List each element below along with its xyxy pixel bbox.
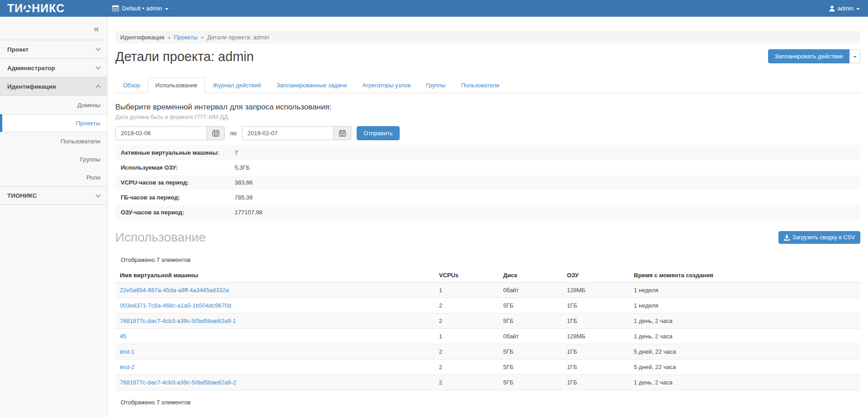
vm-link[interactable]: test-2 bbox=[120, 364, 135, 370]
page-title: Детали проекта: admin bbox=[115, 49, 254, 64]
caret-down-icon bbox=[853, 56, 857, 58]
vm-link[interactable]: 7681877c-dac7-4cb3-a39c-50bd5bae82a9-2 bbox=[120, 379, 236, 386]
table-row: test-1 2 5ГБ 1ГБ 5 дней, 22 часа bbox=[115, 344, 860, 360]
vm-link[interactable]: 7681877c-dac7-4cb3-a39c-50bd5bae82a9-1 bbox=[120, 317, 236, 324]
date-from-group bbox=[115, 126, 225, 140]
context-switcher[interactable]: Default • admin bbox=[108, 0, 173, 17]
items-count-bottom: Отображено 7 элементов bbox=[121, 399, 860, 406]
sidebar-section-tionix[interactable]: ТИОНИКС bbox=[0, 186, 107, 205]
breadcrumb: Идентификация » Проекты » Детали проекта… bbox=[115, 31, 860, 43]
table-row: 45 1 0байт 128МБ 1 день, 2 часа bbox=[115, 329, 860, 344]
interval-heading: Выберите временной интервал для запроса … bbox=[115, 103, 860, 112]
context-label: Default • admin bbox=[122, 5, 162, 12]
schedule-action-group: Запланировать действие bbox=[768, 49, 860, 63]
breadcrumb-separator: » bbox=[201, 34, 204, 41]
schedule-action-button[interactable]: Запланировать действие bbox=[768, 49, 849, 63]
table-row: 7681877c-dac7-4cb3-a39c-50bd5bae82a9-2 2… bbox=[115, 375, 860, 390]
sidebar-item-domains[interactable]: Домены bbox=[0, 96, 107, 114]
chevron-down-icon bbox=[95, 46, 100, 51]
sidebar-section-identity[interactable]: Идентификация bbox=[0, 77, 107, 96]
stat-active-vms: Активные виртуальные машины: 7 bbox=[115, 145, 860, 160]
tab-usage[interactable]: Использование bbox=[148, 77, 205, 93]
sidebar-section-project[interactable]: Проект bbox=[0, 40, 107, 59]
usage-stats: Активные виртуальные машины: 7 Используе… bbox=[115, 145, 860, 220]
caret-down-icon bbox=[856, 8, 860, 10]
col-vm-name: Имя виртуальной машины bbox=[115, 268, 434, 283]
chevron-down-icon bbox=[95, 192, 100, 197]
user-menu[interactable]: admin bbox=[821, 0, 868, 17]
usage-section-header: Использование Загрузить сводку в CSV bbox=[115, 230, 860, 245]
breadcrumb-separator: » bbox=[167, 34, 170, 41]
chevron-down-icon bbox=[95, 64, 100, 69]
sidebar-section-admin[interactable]: Администратор bbox=[0, 59, 107, 77]
sidebar: « Проект Администратор Идентификация Дом… bbox=[0, 17, 108, 417]
date-to-calendar-button[interactable] bbox=[334, 126, 351, 140]
stat-ram-hours: ОЗУ-часов за период: 177107,98 bbox=[115, 205, 860, 220]
tab-host-aggregates[interactable]: Агрегаторы узлов bbox=[355, 77, 419, 93]
brand-o-icon bbox=[23, 4, 33, 14]
sidebar-collapse-row: « bbox=[0, 17, 107, 40]
date-to-input[interactable] bbox=[242, 126, 334, 140]
table-row: 22e5a654-687a-45da-a8ff-4a3445ad332a 1 0… bbox=[115, 283, 860, 298]
chevron-up-icon bbox=[95, 85, 100, 90]
main-content: Идентификация » Проекты » Детали проекта… bbox=[108, 17, 868, 417]
col-disk: Диск bbox=[499, 268, 562, 283]
download-csv-button[interactable]: Загрузить сводку в CSV bbox=[778, 231, 860, 244]
sidebar-item-roles[interactable]: Роли bbox=[0, 168, 107, 186]
user-label: admin bbox=[838, 5, 854, 12]
date-format-hint: Дата должна быть в формате ГГГГ-ММ-ДД. bbox=[115, 114, 860, 120]
calendar-icon bbox=[212, 130, 219, 137]
vm-usage-table: Имя виртуальной машины VCPUs Диск ОЗУ Вр… bbox=[115, 268, 860, 390]
table-row: test-2 2 5ГБ 1ГБ 5 дней, 22 часа bbox=[115, 360, 860, 375]
tab-scheduled-tasks[interactable]: Запланированные задачи bbox=[269, 77, 354, 93]
brand-text-left: ТИ bbox=[7, 2, 23, 15]
page-layout: « Проект Администратор Идентификация Дом… bbox=[0, 17, 868, 417]
tab-action-log[interactable]: Журнал действий bbox=[205, 77, 269, 93]
table-header-row: Имя виртуальной машины VCPUs Диск ОЗУ Вр… bbox=[115, 268, 860, 283]
download-icon bbox=[784, 235, 790, 241]
col-vcpus: VCPUs bbox=[434, 268, 499, 283]
stat-gb-hours: ГБ-часов за период: 785,39 bbox=[115, 190, 860, 205]
calendar-icon bbox=[339, 130, 346, 137]
tab-users[interactable]: Пользователи bbox=[453, 77, 507, 93]
sidebar-item-users[interactable]: Пользователи bbox=[0, 132, 107, 150]
vm-link[interactable]: 22e5a654-687a-45da-a8ff-4a3445ad332a bbox=[120, 287, 229, 294]
user-icon bbox=[829, 5, 835, 12]
table-row: 7681877c-dac7-4cb3-a39c-50bd5bae82a9-1 2… bbox=[115, 313, 860, 329]
date-range-form: по Отправить bbox=[115, 126, 860, 140]
table-row: 003e8371-7c8a-468c-a1a5-1b504dc9670d 2 5… bbox=[115, 298, 860, 313]
caret-down-icon bbox=[165, 8, 169, 10]
col-age: Время с момента создания bbox=[629, 268, 860, 283]
brand-logo[interactable]: ТИНИКС bbox=[0, 2, 108, 15]
breadcrumb-link-projects[interactable]: Проекты bbox=[174, 34, 198, 41]
submit-button[interactable]: Отправить bbox=[357, 126, 399, 140]
usage-section-title: Использование bbox=[115, 230, 206, 245]
tab-groups[interactable]: Группы bbox=[418, 77, 453, 93]
domain-list-icon bbox=[112, 5, 119, 11]
title-row: Детали проекта: admin Запланировать дейс… bbox=[115, 49, 860, 64]
vm-link[interactable]: 003e8371-7c8a-468c-a1a5-1b504dc9670d bbox=[120, 302, 231, 309]
schedule-action-dropdown[interactable] bbox=[849, 49, 860, 63]
to-label: по bbox=[230, 130, 236, 137]
breadcrumb-root: Идентификация bbox=[120, 34, 164, 41]
sidebar-item-projects[interactable]: Проекты bbox=[0, 114, 107, 132]
col-ram: ОЗУ bbox=[562, 268, 629, 283]
sidebar-item-groups[interactable]: Группы bbox=[0, 150, 107, 168]
tab-bar: Обзор Использование Журнал действий Запл… bbox=[115, 77, 860, 93]
date-to-group bbox=[242, 126, 351, 140]
top-navbar: ТИНИКС Default • admin admin bbox=[0, 0, 868, 17]
brand-text-right: НИКС bbox=[32, 2, 65, 15]
breadcrumb-current: Детали проекта: admin bbox=[207, 34, 269, 41]
stat-ram-used: Используемая ОЗУ: 5,3ГБ bbox=[115, 160, 860, 175]
date-from-input[interactable] bbox=[115, 126, 207, 140]
stat-vcpu-hours: VCPU-часов за период: 383,66 bbox=[115, 175, 860, 190]
sidebar-collapse-button[interactable]: « bbox=[94, 24, 99, 33]
vm-link[interactable]: 45 bbox=[120, 333, 126, 340]
tab-overview[interactable]: Обзор bbox=[115, 77, 148, 93]
date-from-calendar-button[interactable] bbox=[207, 126, 225, 140]
items-count-top: Отображено 7 элементов bbox=[121, 256, 860, 263]
vm-link[interactable]: test-1 bbox=[120, 348, 135, 355]
